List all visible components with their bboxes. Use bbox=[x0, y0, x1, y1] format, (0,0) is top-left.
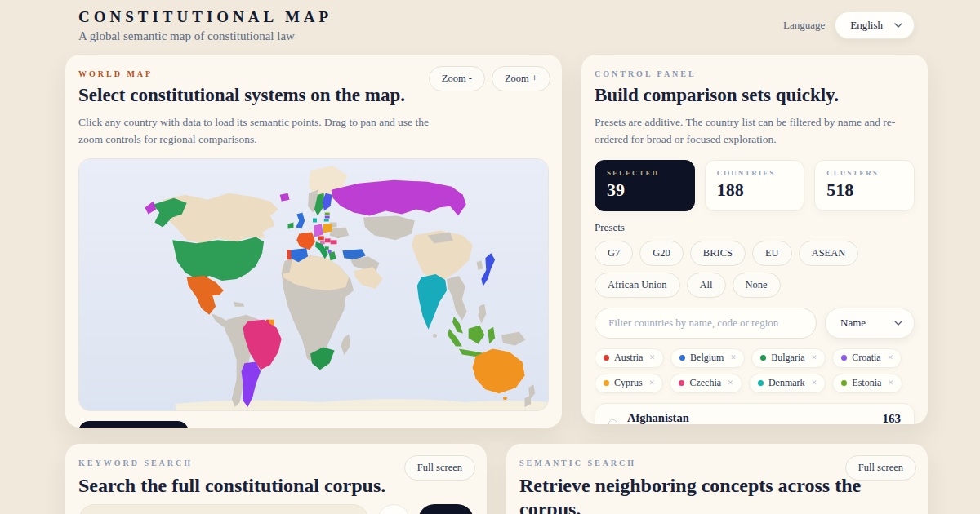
semantic-search-heading: Retrieve neighboring concepts across the… bbox=[519, 474, 871, 514]
stats-row: SELECTED 39 COUNTRIES 188 CLUSTERS 518 bbox=[595, 160, 915, 211]
select-circle-icon[interactable] bbox=[608, 419, 617, 424]
country-name: Afghanistan bbox=[627, 411, 689, 424]
fullscreen-button[interactable]: Full screen bbox=[404, 455, 475, 481]
control-panel-description: Presets are additive. The country list c… bbox=[595, 113, 915, 148]
control-panel-heading: Build comparison sets quickly. bbox=[595, 84, 915, 107]
world-map-description: Click any country with data to load its … bbox=[78, 113, 444, 148]
language-select[interactable]: English bbox=[835, 11, 915, 39]
map-country-sri-lanka[interactable] bbox=[433, 334, 437, 338]
chip-czechia[interactable]: Czechia× bbox=[670, 374, 742, 393]
preset-none[interactable]: None bbox=[733, 273, 781, 298]
map-country-czechia[interactable] bbox=[318, 236, 324, 240]
stat-clusters: CLUSTERS 518 bbox=[814, 160, 915, 211]
keyword-search-heading: Search the full constitutional corpus. bbox=[78, 474, 430, 498]
color-dot bbox=[679, 355, 685, 361]
remove-icon[interactable]: × bbox=[649, 377, 655, 389]
remove-icon[interactable]: × bbox=[888, 377, 893, 389]
stat-label: COUNTRIES bbox=[717, 169, 793, 177]
chip-label: Croatia bbox=[852, 352, 880, 364]
color-dot bbox=[841, 355, 847, 361]
color-dot bbox=[760, 355, 766, 361]
map-country-hungary[interactable] bbox=[325, 238, 331, 242]
remove-icon[interactable]: × bbox=[812, 352, 817, 364]
preset-row: G7 G20 BRICS EU ASEAN African Union All … bbox=[595, 241, 915, 298]
remove-icon[interactable]: × bbox=[812, 377, 817, 389]
chip-bulgaria[interactable]: Bulgaria× bbox=[751, 348, 826, 368]
page-subtitle: A global semantic map of constitutional … bbox=[78, 29, 332, 43]
color-dot bbox=[604, 355, 609, 361]
chip-label: Bulgaria bbox=[771, 352, 804, 364]
remove-icon[interactable]: × bbox=[888, 352, 893, 364]
zoom-in-button[interactable]: Zoom + bbox=[492, 66, 550, 91]
map-country-serbia[interactable] bbox=[325, 246, 329, 250]
color-dot bbox=[841, 380, 847, 386]
remove-icon[interactable]: × bbox=[728, 377, 733, 389]
map-country-australia-tasmania[interactable] bbox=[503, 397, 507, 400]
chip-belgium[interactable]: Belgium× bbox=[670, 348, 745, 368]
country-row-afghanistan[interactable]: Afghanistan AFG · Asia 163 ARTICLES bbox=[595, 403, 915, 424]
color-dot bbox=[758, 380, 764, 386]
country-list: Afghanistan AFG · Asia 163 ARTICLES Alba… bbox=[595, 403, 915, 424]
world-map[interactable] bbox=[78, 158, 549, 411]
color-dot bbox=[604, 380, 609, 386]
chevron-down-icon bbox=[894, 321, 902, 326]
world-map-card: WORLD MAP Select constitutional systems … bbox=[65, 55, 562, 428]
chip-austria[interactable]: Austria× bbox=[595, 348, 664, 368]
selected-count-badge: 39 countries selected bbox=[78, 421, 189, 428]
article-count: 163 bbox=[858, 412, 901, 424]
map-country-romania[interactable] bbox=[331, 240, 337, 244]
stat-label: SELECTED bbox=[607, 169, 683, 177]
language-value: English bbox=[850, 19, 883, 32]
stat-value: 188 bbox=[717, 179, 793, 201]
chip-label: Austria bbox=[614, 352, 643, 364]
search-options-button[interactable] bbox=[377, 504, 410, 514]
sort-select[interactable]: Name bbox=[825, 308, 915, 339]
chip-label: Czechia bbox=[689, 377, 721, 389]
chip-label: Cyprus bbox=[614, 377, 643, 389]
chip-denmark[interactable]: Denmark× bbox=[749, 374, 826, 393]
chevron-down-icon bbox=[894, 23, 902, 28]
stat-countries: COUNTRIES 188 bbox=[705, 160, 805, 211]
map-hint: Hover a country to see its availability. bbox=[200, 425, 361, 428]
keyword-search-card: KEYWORD SEARCH Search the full constitut… bbox=[65, 444, 487, 514]
presets-label: Presets bbox=[595, 221, 915, 234]
chip-label: Estonia bbox=[852, 377, 881, 389]
stat-label: CLUSTERS bbox=[826, 169, 902, 177]
map-country-portugal[interactable] bbox=[287, 250, 292, 259]
country-filter-input[interactable] bbox=[595, 308, 817, 339]
semantic-search-card: SEMANTIC SEARCH Retrieve neighboring con… bbox=[506, 444, 928, 514]
control-panel-eyebrow: CONTROL PANEL bbox=[595, 66, 915, 78]
selected-country-chips: Austria× Belgium× Bulgaria× Croatia× Cyp… bbox=[595, 348, 915, 396]
map-country-estonia[interactable] bbox=[325, 212, 330, 215]
sort-value: Name bbox=[840, 317, 866, 330]
color-dot bbox=[679, 380, 684, 386]
stat-value: 39 bbox=[607, 179, 683, 201]
preset-asean[interactable]: ASEAN bbox=[799, 241, 859, 266]
control-panel-card: CONTROL PANEL Build comparison sets quic… bbox=[581, 55, 928, 424]
keyword-search-input[interactable] bbox=[78, 504, 369, 514]
remove-icon[interactable]: × bbox=[730, 352, 736, 364]
stat-selected: SELECTED 39 bbox=[595, 160, 695, 211]
stat-value: 518 bbox=[826, 179, 902, 201]
remove-icon[interactable]: × bbox=[649, 352, 655, 364]
language-control: Language English bbox=[783, 11, 915, 39]
map-country-latvia[interactable] bbox=[325, 215, 330, 218]
map-country-lithuania[interactable] bbox=[324, 219, 329, 221]
preset-brics[interactable]: BRICS bbox=[690, 241, 746, 266]
preset-g7[interactable]: G7 bbox=[595, 241, 633, 266]
zoom-out-button[interactable]: Zoom - bbox=[429, 66, 485, 91]
preset-african-union[interactable]: African Union bbox=[595, 273, 680, 298]
world-map-svg bbox=[79, 159, 548, 410]
chip-estonia[interactable]: Estonia× bbox=[832, 374, 902, 393]
language-label: Language bbox=[783, 19, 825, 32]
fullscreen-button[interactable]: Full screen bbox=[845, 455, 916, 481]
search-submit-button[interactable] bbox=[418, 504, 474, 514]
preset-all[interactable]: All bbox=[687, 273, 726, 298]
chip-cyprus[interactable]: Cyprus× bbox=[595, 374, 663, 393]
chip-label: Belgium bbox=[690, 352, 724, 364]
map-country-denmark[interactable] bbox=[313, 218, 317, 222]
preset-g20[interactable]: G20 bbox=[639, 241, 684, 266]
chip-croatia[interactable]: Croatia× bbox=[832, 348, 902, 368]
app-header: CONSTITUTIONAL MAP A global semantic map… bbox=[65, 5, 928, 55]
preset-eu[interactable]: EU bbox=[752, 241, 792, 266]
